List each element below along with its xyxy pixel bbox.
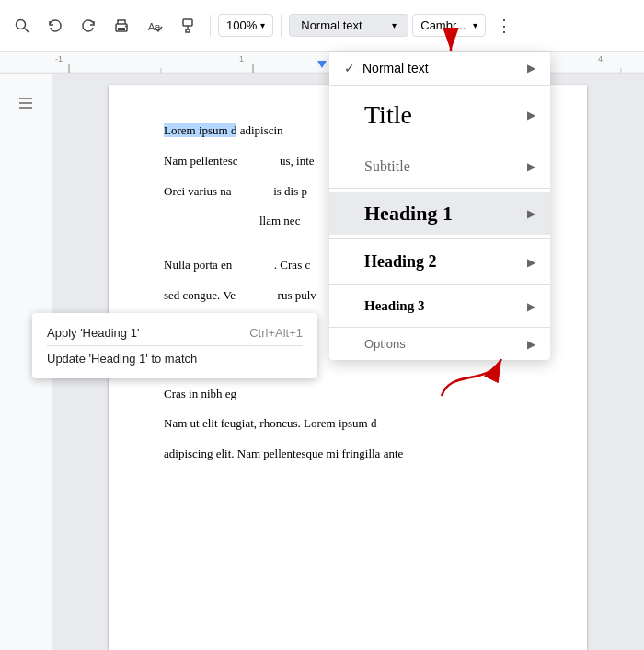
svg-point-4 [125,25,127,27]
chevron-right-icon-h1: ▶ [527,207,535,220]
chevron-right-icon-subtitle: ▶ [527,160,535,173]
heading1-tooltip-popup: Apply 'Heading 1' Ctrl+Alt+1 Update 'Hea… [32,313,317,378]
style-dropdown-menu: ✓ Normal text ▶ Title ▶ Subtitle ▶ Headi… [329,52,550,360]
style-dropdown-label: Normal text [301,18,362,32]
dropdown-item-title[interactable]: Title ▶ [329,89,550,141]
tooltip-row-update[interactable]: Update 'Heading 1' to match [47,345,303,371]
chevron-right-icon-normal: ▶ [527,62,535,75]
dropdown-divider-5 [329,284,550,285]
dropdown-divider-4 [329,238,550,239]
search-icon[interactable] [7,11,37,41]
check-mark-icon: ✓ [344,61,355,75]
tooltip-apply-shortcut: Ctrl+Alt+1 [249,326,303,340]
paragraph-10: Nam ut elit feugiat, rhoncus. Lorem ipsu… [164,414,532,434]
zoom-chevron: ▾ [260,20,265,30]
chevron-right-icon-options: ▶ [527,338,535,351]
svg-point-0 [17,19,26,29]
dropdown-label-heading2: Heading 2 [364,249,527,275]
paragraph-9: Cras in nibh eg [164,385,532,404]
outline-icon[interactable] [11,88,40,118]
chevron-right-icon-title: ▶ [527,109,535,122]
undo-icon[interactable] [40,11,70,41]
font-dropdown-chevron: ▾ [473,20,477,30]
selected-text: Lorem ipsum d [164,123,236,137]
dropdown-divider-3 [329,188,550,189]
tooltip-apply-label: Apply 'Heading 1' [47,326,139,340]
separator-1 [210,15,211,37]
svg-rect-3 [118,28,125,30]
dropdown-item-heading2[interactable]: Heading 2 ▶ [329,243,550,281]
dropdown-label-normal-text: Normal text [362,61,527,75]
zoom-control[interactable]: 100% ▾ [218,14,273,37]
spell-check-icon[interactable]: Aa [140,11,169,41]
dropdown-label-subtitle: Subtitle [364,155,527,179]
style-dropdown[interactable]: Normal text ▾ [289,14,408,37]
zoom-value: 100% [226,18,257,32]
paragraph-1-text: adipiscin [240,123,283,137]
dropdown-item-subtitle[interactable]: Subtitle ▶ [329,149,550,184]
svg-rect-6 [183,19,192,26]
font-dropdown-label: Cambr... [420,18,466,32]
dropdown-item-heading3[interactable]: Heading 3 ▶ [329,289,550,323]
format-paintbrush-icon[interactable] [173,11,202,41]
redo-icon[interactable] [74,11,103,41]
dropdown-divider-6 [329,327,550,328]
dropdown-divider-2 [329,145,550,145]
svg-line-1 [25,28,29,32]
dropdown-item-normal-text[interactable]: ✓ Normal text ▶ [329,55,550,81]
chevron-right-icon-h2: ▶ [527,256,535,269]
dropdown-label-heading3: Heading 3 [364,295,527,318]
style-dropdown-chevron: ▾ [392,20,397,30]
more-options-icon[interactable]: ⋮ [489,11,519,41]
font-dropdown[interactable]: Cambr... ▾ [412,14,486,37]
dropdown-item-options[interactable]: Options ▶ [329,331,550,356]
tooltip-row-apply[interactable]: Apply 'Heading 1' Ctrl+Alt+1 [47,320,303,345]
dropdown-label-title: Title [364,95,527,135]
print-icon[interactable] [107,11,136,41]
tooltip-update-label: Update 'Heading 1' to match [47,352,197,366]
dropdown-label-heading1: Heading 1 [364,198,527,229]
toolbar: Aa 100% ▾ Normal text ▾ Cambr... ▾ ⋮ [0,0,644,52]
paragraph-11: adipiscing elit. Nam pellentesque mi fri… [164,445,532,464]
dropdown-item-heading1[interactable]: Heading 1 ▶ [329,192,550,235]
separator-2 [281,15,282,37]
dropdown-label-options: Options [364,337,527,351]
chevron-right-icon-h3: ▶ [527,300,535,313]
dropdown-divider-1 [329,85,550,86]
